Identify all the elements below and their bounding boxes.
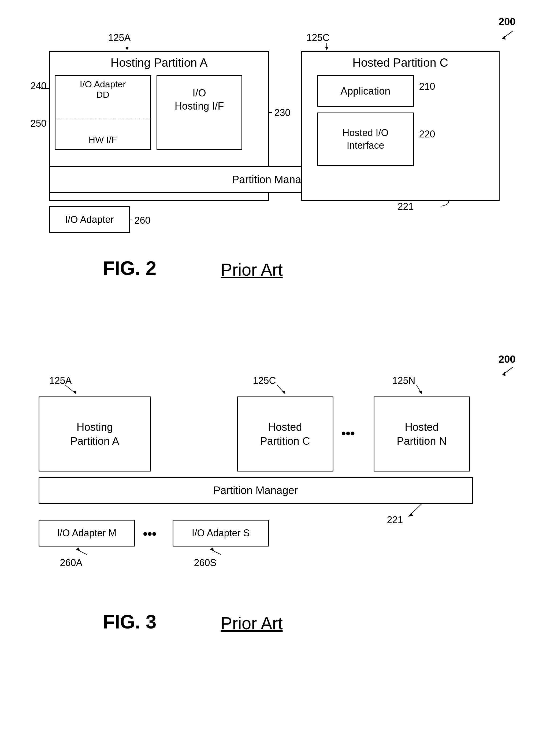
label-125a-fig3: 125A xyxy=(49,375,72,386)
label-125a-fig2: 125A xyxy=(108,32,131,44)
label-230: 230 xyxy=(274,107,290,118)
fig2-diagram: 200 xyxy=(22,16,532,332)
label-125n-fig3: 125N xyxy=(392,375,416,386)
fig2-label: FIG. 2 xyxy=(103,257,157,279)
svg-marker-26 xyxy=(73,391,76,394)
label-210: 210 xyxy=(419,81,435,92)
io-adapter-s-text: I/O Adapter S xyxy=(191,527,250,539)
hosted-partition-n-fig3: HostedPartition N xyxy=(374,396,470,471)
io-adapter-dd-box: I/O AdapterDD HW I/F xyxy=(55,75,151,150)
hw-if-label: HW I/F xyxy=(89,134,117,145)
svg-marker-1 xyxy=(502,36,505,40)
fig3-diagram: 200 125A 12 xyxy=(22,354,532,715)
label-125c-fig3: 125C xyxy=(253,375,276,386)
io-adapter-dd-title: I/O AdapterDD xyxy=(55,76,150,100)
label-260-fig2: 260 xyxy=(134,215,151,226)
hosted-partition-c-title-fig2: Hosted Partition C xyxy=(302,52,499,74)
io-adapter-s-fig3: I/O Adapter S xyxy=(173,520,269,547)
svg-marker-34 xyxy=(76,548,80,551)
hosting-partition-a-text-fig3: HostingPartition A xyxy=(70,420,119,448)
svg-marker-24 xyxy=(502,372,505,376)
svg-line-27 xyxy=(277,385,285,394)
io-adapter-m-text: I/O Adapter M xyxy=(57,527,116,539)
hosted-partition-c-text-fig3: HostedPartition C xyxy=(260,420,310,448)
label-260a-fig3: 260A xyxy=(60,557,82,568)
svg-line-29 xyxy=(417,385,422,394)
svg-line-0 xyxy=(502,31,513,39)
svg-line-31 xyxy=(408,504,422,516)
fig3-label: FIG. 3 xyxy=(103,611,157,633)
io-hosting-if-title: I/OHosting I/F xyxy=(157,76,241,124)
application-box: Application xyxy=(317,75,414,107)
ref-200-fig2: 200 xyxy=(499,16,515,27)
hosted-io-interface-text: Hosted I/OInterface xyxy=(342,127,388,152)
hosting-partition-a-fig3: HostingPartition A xyxy=(39,396,151,471)
svg-marker-28 xyxy=(282,391,285,394)
io-adapter-bottom-text: I/O Adapter xyxy=(65,214,114,225)
label-260s-fig3: 260S xyxy=(194,557,217,568)
page: 200 xyxy=(0,0,554,756)
hosted-partition-n-text-fig3: HostedPartition N xyxy=(397,420,447,448)
label-125c-fig2: 125C xyxy=(307,32,330,44)
svg-marker-32 xyxy=(408,513,413,516)
io-adapter-bottom-fig2: I/O Adapter xyxy=(49,206,130,233)
label-250: 250 xyxy=(31,118,47,129)
ref-200-fig3: 200 xyxy=(499,354,515,365)
ellipsis-partitions-fig3: ••• xyxy=(341,426,355,441)
svg-line-25 xyxy=(65,385,76,394)
svg-marker-5 xyxy=(325,47,328,50)
application-text: Application xyxy=(341,85,390,97)
label-240: 240 xyxy=(31,80,47,91)
io-hosting-if-box: I/OHosting I/F xyxy=(157,75,242,150)
partition-manager-bar-fig3: Partition Manager xyxy=(39,477,473,504)
svg-marker-30 xyxy=(419,391,422,394)
hosting-partition-a-title-fig2: Hosting Partition A xyxy=(50,52,268,74)
svg-line-33 xyxy=(76,549,87,555)
label-221-fig2: 221 xyxy=(398,201,414,212)
fig2-prior-art: Prior Art xyxy=(221,260,283,280)
svg-line-23 xyxy=(502,367,513,375)
label-221-fig3: 221 xyxy=(387,514,403,525)
hosted-partition-c-fig3: HostedPartition C xyxy=(237,396,333,471)
svg-marker-36 xyxy=(210,548,214,551)
io-adapter-m-fig3: I/O Adapter M xyxy=(39,520,135,547)
partition-manager-text-fig3: Partition Manager xyxy=(213,484,298,496)
hosted-io-interface-box: Hosted I/OInterface xyxy=(317,113,414,166)
svg-marker-3 xyxy=(125,47,129,50)
ellipsis-adapters-fig3: ••• xyxy=(143,526,157,541)
fig3-prior-art: Prior Art xyxy=(221,614,283,633)
svg-line-35 xyxy=(210,549,221,555)
label-220: 220 xyxy=(419,129,435,140)
dashed-line xyxy=(55,119,150,119)
